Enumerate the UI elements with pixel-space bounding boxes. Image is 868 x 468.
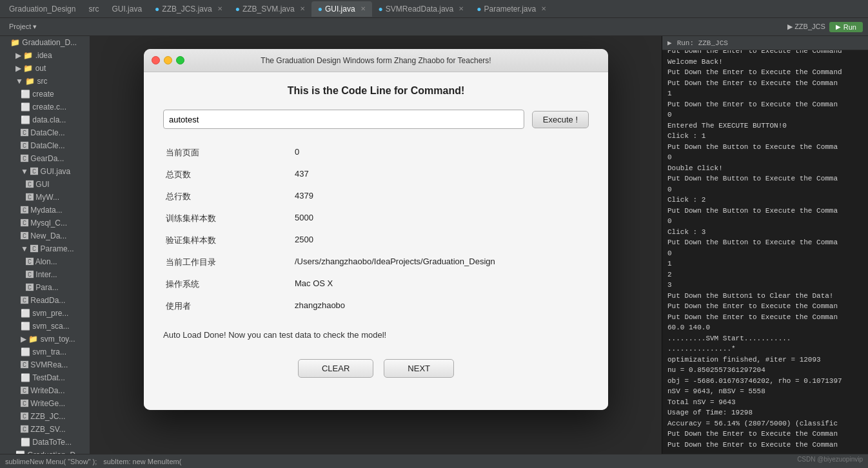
sidebar-item-svmpre[interactable]: ⬜ svm_pre... xyxy=(0,307,90,320)
close-icon[interactable]: ✕ xyxy=(459,5,464,12)
folder-icon: ▶ 📁 xyxy=(21,335,41,344)
tab-graduation-design[interactable]: Graduation_Design xyxy=(3,1,82,17)
console-line: Double Click! xyxy=(667,163,863,174)
console-line: Click : 2 xyxy=(667,195,863,206)
sidebar-item-datacla[interactable]: ⬜ data.cla... xyxy=(0,113,90,126)
console-line: 2 xyxy=(667,269,863,280)
command-input[interactable] xyxy=(163,110,524,129)
next-button[interactable]: NEXT xyxy=(384,359,454,378)
folder-icon: 📁 xyxy=(10,38,22,47)
minimize-button[interactable] xyxy=(164,56,172,64)
tab-gui-java[interactable]: GUI.java xyxy=(105,1,148,17)
close-icon[interactable]: ✕ xyxy=(360,5,366,12)
sidebar-item-graduation-iml[interactable]: ⬜ Graduation_D... xyxy=(0,449,90,454)
field-value: 437 xyxy=(292,164,589,186)
sidebar-item-zzbjc[interactable]: 🅲 ZZB_JC... xyxy=(0,410,90,423)
sidebar-item-zzbsv[interactable]: 🅲 ZZB_SV... xyxy=(0,423,90,436)
run-button[interactable]: ▶ Run xyxy=(829,22,863,32)
console-line: nu = 0.8502557361297204 xyxy=(667,365,863,376)
auto-load-message: Auto Load Done! Now you can test data to… xyxy=(163,330,589,340)
field-label: 总行数 xyxy=(163,186,292,208)
sidebar-item-alon[interactable]: 🅲 Alon... xyxy=(0,255,90,268)
console-line: Click : 1 xyxy=(667,131,863,142)
sidebar-item-readda[interactable]: 🅲 ReadDa... xyxy=(0,294,90,307)
tab-label: ZZB_JCS.java xyxy=(162,5,212,14)
tab-gui-active[interactable]: ● GUI.java ✕ xyxy=(311,1,372,17)
run-icon: ▶ xyxy=(667,39,672,47)
sidebar-item-create[interactable]: ⬜ create xyxy=(0,88,90,101)
sidebar-item-idea[interactable]: ▶ 📁 .idea xyxy=(0,49,90,62)
table-row: 总页数437 xyxy=(163,164,589,186)
sidebar-item-writege[interactable]: 🅲 WriteGe... xyxy=(0,397,90,410)
console-output[interactable]: Put Down the Enter to Execute the Comman… xyxy=(662,50,868,454)
sidebar-item-datacle2[interactable]: 🅲 DataCle... xyxy=(0,139,90,152)
field-label: 操作系统 xyxy=(163,273,292,295)
sidebar-item-svmrea[interactable]: 🅲 SVMRea... xyxy=(0,358,90,371)
file-icon: ⬜ xyxy=(21,438,32,447)
table-row: 验证集样本数2500 xyxy=(163,229,589,251)
sidebar-item-gearda[interactable]: 🅲 GearDa... xyxy=(0,152,90,165)
table-row: 训练集样本数5000 xyxy=(163,208,589,229)
sidebar-item-datacle1[interactable]: 🅲 DataCle... xyxy=(0,126,90,139)
sidebar-item-inter[interactable]: 🅲 Inter... xyxy=(0,268,90,281)
execute-button[interactable]: Execute ! xyxy=(532,111,589,128)
sidebar-item-svmtra[interactable]: ⬜ svm_tra... xyxy=(0,346,90,358)
sidebar: 📁 Graduation_D... ▶ 📁 .idea ▶ 📁 out ▼ 📁 … xyxy=(0,36,90,454)
console-line: 1 xyxy=(667,258,863,269)
folder-icon: ▼ 🅲 xyxy=(21,167,41,176)
field-label: 训练集样本数 xyxy=(163,208,292,229)
sidebar-item-gui[interactable]: ▼ 🅲 GUI.java xyxy=(0,165,90,178)
tab-zzb-svm[interactable]: ● ZZB_SVM.java ✕ xyxy=(229,1,311,17)
sidebar-item-out[interactable]: ▶ 📁 out xyxy=(0,62,90,75)
table-row: 当前工作目录/Users/zhangzhaobo/IdeaProjects/Gr… xyxy=(163,251,589,273)
sidebar-item-gui-inner[interactable]: 🅲 GUI xyxy=(0,178,90,191)
clear-button[interactable]: CLEAR xyxy=(298,359,373,378)
console-line: 0 xyxy=(667,152,863,163)
console-line: obj = -5686.016763746202, rho = 0.107139… xyxy=(667,376,863,387)
tab-svm-read[interactable]: ● SVMReadData.java ✕ xyxy=(372,1,471,17)
sidebar-item-graduation[interactable]: 📁 Graduation_D... xyxy=(0,36,90,49)
tab-parameter[interactable]: ● Parameter.java ✕ xyxy=(470,1,553,17)
maximize-button[interactable] xyxy=(176,56,184,64)
class-icon: 🅲 xyxy=(26,270,35,279)
class-icon: 🅲 xyxy=(21,206,30,215)
close-icon[interactable]: ✕ xyxy=(541,5,546,12)
sidebar-item-para[interactable]: 🅲 Para... xyxy=(0,281,90,294)
sidebar-item-writeda[interactable]: 🅲 WriteDa... xyxy=(0,384,90,397)
file-icon: ⬜ xyxy=(21,115,32,124)
command-row: Execute ! xyxy=(163,110,589,129)
close-icon[interactable]: ✕ xyxy=(217,5,222,12)
dialog-footer: CLEAR NEXT xyxy=(163,353,589,391)
console-line: Put Down the Enter to Execute the Comman xyxy=(667,78,863,89)
file-icon: ⬜ xyxy=(21,309,32,318)
close-button[interactable] xyxy=(152,56,160,64)
sidebar-item-datatote[interactable]: ⬜ DataToTe... xyxy=(0,436,90,449)
table-row: 使用者zhangzhaobo xyxy=(163,295,589,317)
console-line: Entered The EXECUTE BUTTON!0 xyxy=(667,121,863,132)
sidebar-item-mysql[interactable]: 🅲 Mysql_C... xyxy=(0,217,90,229)
console-line: Put Down the Enter to Execute the Comman xyxy=(667,440,863,451)
sidebar-item-myw[interactable]: 🅲 MyW... xyxy=(0,191,90,204)
sidebar-item-svmsca[interactable]: ⬜ svm_sca... xyxy=(0,320,90,333)
tab-src[interactable]: src xyxy=(82,1,105,17)
field-value: 4379 xyxy=(292,186,589,208)
console-line: Put Down the Button to Execute the Comma xyxy=(667,173,863,184)
project-button[interactable]: Project ▾ xyxy=(5,21,41,32)
dialog-window: The Graduation Design Windows form Zhang… xyxy=(144,49,608,410)
tab-zzb-jcs[interactable]: ● ZZB_JCS.java ✕ xyxy=(148,1,229,17)
sidebar-item-parame[interactable]: ▼ 🅲 Parame... xyxy=(0,242,90,255)
sidebar-item-newda[interactable]: 🅲 New_Da... xyxy=(0,229,90,242)
field-value: /Users/zhangzhaobo/IdeaProjects/Graduati… xyxy=(292,251,589,273)
class-icon: 🅲 xyxy=(21,141,30,150)
sidebar-item-src[interactable]: ▼ 📁 src xyxy=(0,75,90,88)
table-row: 操作系统Mac OS X xyxy=(163,273,589,295)
file-icon: ⬜ xyxy=(21,347,32,356)
class-icon: 🅲 xyxy=(21,399,30,408)
close-icon[interactable]: ✕ xyxy=(300,5,305,12)
console-line: Welcome Back! xyxy=(667,57,863,68)
sidebar-item-mydata[interactable]: 🅲 Mydata... xyxy=(0,204,90,217)
sidebar-item-svmtoy[interactable]: ▶ 📁 svm_toy... xyxy=(0,333,90,346)
sidebar-item-testdat[interactable]: ⬜ TestDat... xyxy=(0,371,90,384)
sidebar-item-createc[interactable]: ⬜ create.c... xyxy=(0,101,90,113)
file-icon: ⬜ xyxy=(21,90,32,99)
